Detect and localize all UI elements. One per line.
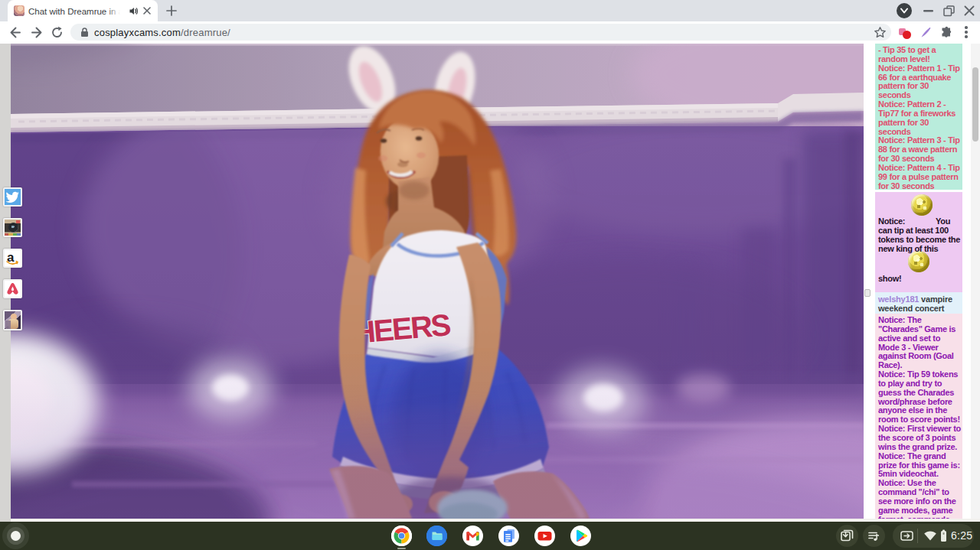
svg-text:6:25: 6:25	[951, 529, 972, 542]
